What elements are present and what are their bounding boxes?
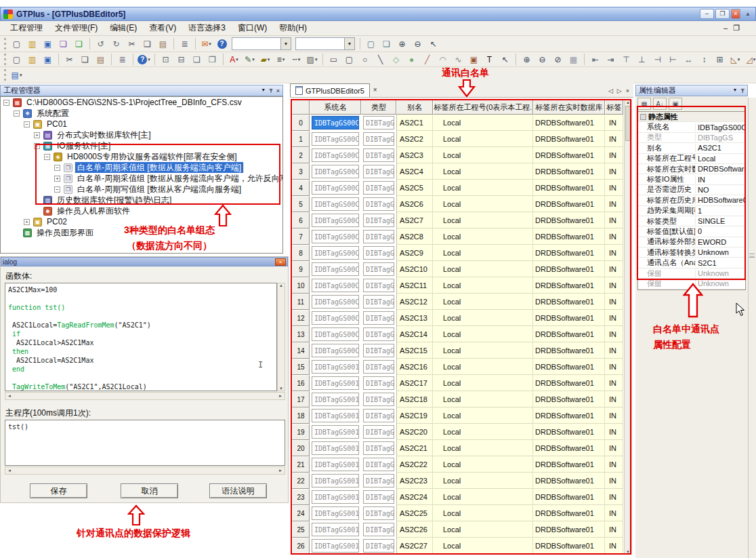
cell-system-name[interactable]: IDBTagGS001B <box>312 539 359 553</box>
cell-io-attr[interactable]: IN <box>605 245 623 261</box>
cell-alias[interactable]: AS2C13 <box>396 310 433 326</box>
property-category-row[interactable]: 静态属性 <box>638 112 745 122</box>
copy-icon[interactable]: ❏ <box>140 37 154 50</box>
cell-project-no[interactable]: Local <box>433 310 533 326</box>
toolbar-grip[interactable] <box>4 54 6 65</box>
cell-system-name[interactable]: IDBTagGS00C9 <box>312 246 359 260</box>
print-icon[interactable]: ≣ <box>177 37 192 50</box>
cell-rtdb[interactable]: DRDBSoftware01 <box>533 310 605 326</box>
cell-io-attr[interactable]: IN <box>605 521 623 538</box>
cell-alias[interactable]: AS2C16 <box>396 359 433 375</box>
cell-io-attr[interactable]: IN <box>605 228 623 245</box>
tab-scroll-left-icon[interactable]: ◁ <box>608 87 613 94</box>
cell-alias[interactable]: AS2C2 <box>396 131 433 147</box>
cell-io-attr[interactable]: IN <box>605 131 623 147</box>
property-value[interactable]: Local <box>695 155 745 163</box>
cell-io-attr[interactable]: IN <box>605 440 623 456</box>
cell-project-no[interactable]: Local <box>433 342 533 359</box>
cell-system-name[interactable]: IDBTagGS0019 <box>312 506 359 520</box>
new-file-icon[interactable]: ▢ <box>9 37 24 50</box>
cell-alias[interactable]: AS2C6 <box>396 196 433 212</box>
main-program-editor[interactable]: tst() <box>5 420 285 466</box>
tree-item[interactable]: −▦IO服务软件[主] <box>1 140 282 151</box>
open-file-icon[interactable]: ▥ <box>25 37 39 50</box>
cell-io-attr[interactable]: IN <box>605 261 623 277</box>
cell-system-name[interactable]: IDBTagGS00CC <box>312 295 359 308</box>
cell-project-no[interactable]: Local <box>433 407 533 424</box>
cell-rtdb[interactable]: DRDBSoftware01 <box>533 440 605 456</box>
cell-rtdb[interactable]: DRDBSoftware01 <box>533 147 605 163</box>
scroll-right-icon[interactable]: ► <box>276 469 285 473</box>
property-value[interactable]: 1 <box>695 207 745 215</box>
save-project-icon[interactable]: ❏ <box>72 37 86 50</box>
cell-system-name[interactable]: IDBTagGS00C8 <box>312 230 359 243</box>
cell-system-name[interactable]: IDBTagGS0016 <box>312 458 359 471</box>
ungroup-icon[interactable]: ⊟ <box>174 53 188 66</box>
cancel-button[interactable]: 取消 <box>121 483 178 498</box>
cell-rtdb[interactable]: DRDBSoftware01 <box>533 294 605 310</box>
cell-project-no[interactable]: Local <box>433 424 533 440</box>
cell-alias[interactable]: AS2C19 <box>396 407 433 424</box>
cell-system-name[interactable]: IDBTagGS00C3 <box>312 148 359 162</box>
paste-icon[interactable]: ▤ <box>93 53 108 66</box>
right-scroll-strip[interactable] <box>748 98 756 558</box>
column-header[interactable]: 标签所在工程号(0表示本工程. <box>433 100 533 115</box>
property-value[interactable]: SINGLE <box>695 217 745 225</box>
panel-menu-icon[interactable]: ▼ <box>733 87 738 94</box>
cell-rtdb[interactable]: DRDBSoftware01 <box>533 375 605 391</box>
cell-rtdb[interactable]: DRDBSoftware01 <box>533 391 605 407</box>
cell-rtdb[interactable]: DRDBSoftware01 <box>533 245 605 261</box>
tree-expander-minus[interactable]: − <box>14 111 20 117</box>
scroll-down-icon[interactable]: ▼ <box>279 386 283 391</box>
property-value[interactable]: NO <box>695 186 745 194</box>
cell-rtdb[interactable]: DRDBSoftware01 <box>533 196 605 212</box>
cell-system-name[interactable]: IDBTagGS00C7 <box>312 214 359 227</box>
dropdown-icon[interactable]: ▾ <box>209 41 211 47</box>
font-color-icon[interactable]: A▾ <box>227 53 241 66</box>
property-value[interactable]: IDBTagGS00C1 <box>695 123 745 132</box>
zoom-in-icon[interactable]: ⊕ <box>395 37 409 50</box>
tree-expander-plus[interactable]: + <box>24 219 30 225</box>
cell-alias[interactable]: AS2C12 <box>396 294 433 310</box>
save-file-icon[interactable]: ▣ <box>41 37 55 50</box>
column-header[interactable] <box>292 100 310 115</box>
row-number[interactable]: 11 <box>292 294 310 310</box>
cell-system-name[interactable]: IDBTagGS00CE <box>312 327 359 341</box>
cell-rtdb[interactable]: DRDBSoftware01 <box>533 163 605 180</box>
align-left-icon[interactable]: ⇤ <box>588 53 602 66</box>
property-value[interactable]: Unknown <box>695 269 745 277</box>
cell-io-attr[interactable]: IN <box>605 212 623 228</box>
scroll-left-icon[interactable]: ◄ <box>5 469 14 473</box>
cell-io-attr[interactable]: IN <box>605 326 623 342</box>
cell-rtdb[interactable]: DRDBSoftware01 <box>533 180 605 196</box>
scroll-left-icon[interactable]: ◄ <box>5 394 14 398</box>
combobox-dropdown-icon[interactable]: ▼ <box>280 38 291 49</box>
category-expander-icon[interactable] <box>640 114 646 120</box>
cut-icon[interactable]: ✂ <box>125 37 139 50</box>
row-number[interactable]: 15 <box>292 359 310 375</box>
cell-rtdb[interactable]: DRDBSoftware01 <box>533 228 605 245</box>
row-number[interactable]: 14 <box>292 342 310 359</box>
filled-polygon-tool-icon[interactable]: ● <box>404 53 419 66</box>
cell-system-name[interactable]: IDBTagGS00C1 <box>312 116 359 129</box>
close-button[interactable]: × <box>731 9 740 19</box>
property-value[interactable]: DRDBSoftware0 <box>695 165 745 173</box>
cell-rtdb[interactable]: DRDBSoftware01 <box>533 473 605 489</box>
same-size-icon[interactable]: ⊞ <box>713 53 727 66</box>
menu-item[interactable]: 窗口(W) <box>232 21 273 35</box>
slash-tool-icon[interactable]: ╱ <box>420 53 434 66</box>
help-icon[interactable]: ? <box>215 37 229 50</box>
cell-project-no[interactable]: Local <box>433 538 533 554</box>
column-header[interactable]: 标签 <box>605 100 623 115</box>
cell-system-name[interactable]: IDBTagGS00C2 <box>312 132 359 146</box>
cell-rtdb[interactable]: DRDBSoftware01 <box>533 489 605 505</box>
same-height-icon[interactable]: ↕ <box>697 53 711 66</box>
cell-io-attr[interactable]: IN <box>605 456 623 473</box>
cell-type[interactable]: DIBTagGS <box>363 458 394 471</box>
row-number[interactable]: 10 <box>292 277 310 294</box>
scroll-up-icon[interactable]: ▲ <box>626 100 630 104</box>
tree-item[interactable]: −❖系统配置 <box>1 108 282 119</box>
dropdown-icon[interactable]: ▾ <box>148 57 150 62</box>
cell-type[interactable]: DIBTagGS <box>363 506 394 520</box>
property-value[interactable]: 0 <box>695 227 745 235</box>
